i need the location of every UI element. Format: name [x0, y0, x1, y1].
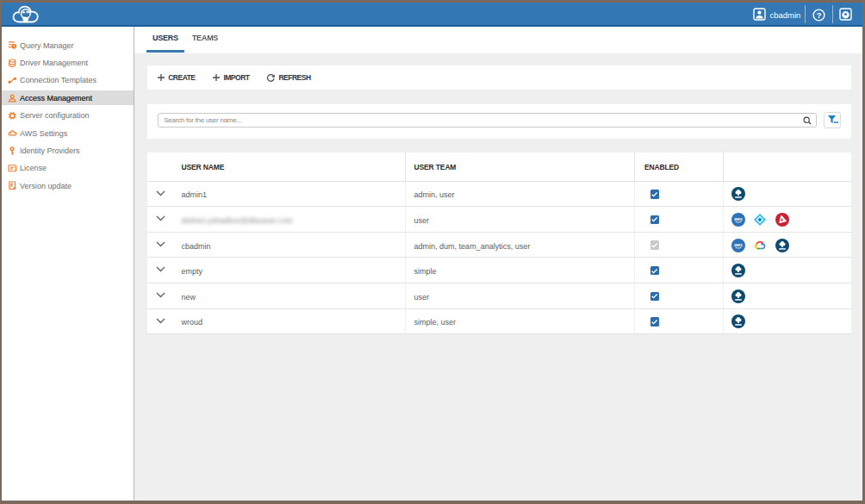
svg-text:aws: aws — [734, 242, 743, 247]
svg-text:aws: aws — [734, 216, 743, 221]
svg-text:?: ? — [816, 10, 821, 19]
